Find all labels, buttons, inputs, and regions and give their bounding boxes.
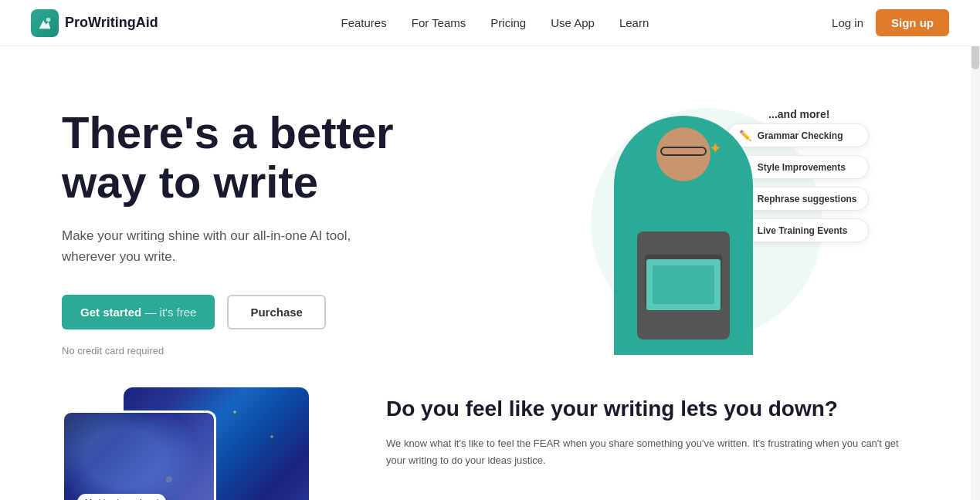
screen-content (653, 265, 714, 304)
image-stack: My idea in my head (62, 387, 324, 500)
person-glasses (660, 147, 707, 156)
idea-bubble: My idea in my head (77, 494, 166, 500)
navbar-actions: Log in Sign up (832, 9, 949, 36)
hero-illustration: ...and more! ✦ ✏️ Grammar Checking ⚡ Sty… (568, 93, 846, 355)
logo-text: ProWritingAid (65, 15, 158, 31)
second-body: We know what it's like to feel the FEAR … (386, 435, 918, 469)
scrollbar[interactable] (971, 0, 980, 500)
second-left: My idea in my head (62, 387, 324, 500)
svg-point-0 (46, 17, 51, 22)
grammar-icon: ✏️ (739, 130, 751, 141)
second-right: Do you feel like your writing lets you d… (386, 387, 918, 470)
logo-link[interactable]: ProWritingAid (31, 9, 158, 37)
purchase-button[interactable]: Purchase (227, 295, 326, 329)
hero-left: There's a better way to write Make your … (62, 93, 463, 356)
second-section: My idea in my head Do you feel like your… (0, 387, 980, 500)
and-more-text: ...and more! (768, 108, 829, 120)
nav-use-app[interactable]: Use App (551, 16, 595, 29)
hero-buttons: Get started — it's free Purchase (62, 295, 463, 329)
nav-for-teams[interactable]: For Teams (412, 16, 466, 29)
sparkle-icon: ✦ (709, 139, 722, 157)
nav-links: Features For Teams Pricing Use App Learn (341, 16, 649, 30)
hero-subtitle: Make your writing shine with our all-in-… (62, 225, 371, 267)
signup-button[interactable]: Sign up (876, 9, 949, 36)
pill-grammar: ✏️ Grammar Checking (727, 123, 869, 147)
nav-learn[interactable]: Learn (619, 16, 649, 29)
second-title: Do you feel like your writing lets you d… (386, 395, 918, 423)
navbar: ProWritingAid Features For Teams Pricing… (0, 0, 980, 46)
painting-front (62, 410, 216, 500)
no-credit-text: No credit card required (62, 345, 463, 356)
person-teal-bg (614, 116, 753, 355)
nav-pricing[interactable]: Pricing (490, 16, 526, 29)
hero-title: There's a better way to write (62, 108, 463, 207)
hero-right: ...and more! ✦ ✏️ Grammar Checking ⚡ Sty… (494, 93, 918, 355)
logo-icon (31, 9, 59, 37)
get-started-button[interactable]: Get started — it's free (62, 295, 215, 329)
hero-section: There's a better way to write Make your … (0, 46, 980, 387)
laptop-screen (646, 259, 721, 310)
nav-features[interactable]: Features (341, 16, 387, 29)
login-button[interactable]: Log in (832, 16, 863, 29)
